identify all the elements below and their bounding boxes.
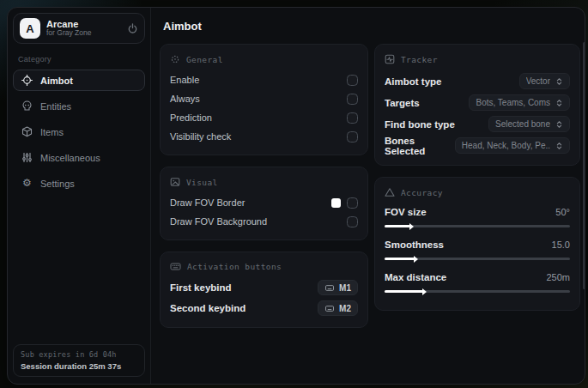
crosshair-icon	[21, 75, 33, 86]
select-value: Head, Neck, Body, Pe..	[462, 141, 550, 150]
focus-crosshair-icon	[170, 54, 180, 64]
sidebar-item-label: Aimbot	[40, 76, 73, 86]
keyboard-icon	[170, 262, 181, 271]
scrollbar[interactable]	[583, 42, 585, 289]
skull-icon	[21, 100, 33, 112]
visual-card-title: Visual	[186, 178, 218, 187]
fov-size-slider[interactable]	[385, 225, 570, 227]
setting-row-bones-selected: Bones Selected Head, Neck, Body, Pe..	[385, 135, 570, 156]
setting-label: Always	[170, 94, 200, 104]
menu-window: A Arcane for Gray Zone Category	[7, 7, 585, 385]
smoothness-slider[interactable]	[385, 258, 570, 260]
draw-fov-border-checkbox[interactable]	[347, 197, 358, 209]
fov-size-setting: FOV size 50°	[385, 203, 570, 227]
sidebar-item-items[interactable]: Items	[13, 121, 145, 142]
gear-icon: ⚙	[21, 178, 33, 189]
always-checkbox[interactable]	[347, 94, 358, 105]
sidebar: A Arcane for Gray Zone Category	[8, 8, 151, 384]
session-duration-text: Session duration 25m 37s	[21, 361, 137, 371]
setting-row-targets: Targets Bots, Teams, Coms	[385, 92, 570, 113]
sidebar-item-label: Miscellaneous	[40, 153, 100, 163]
sidebar-item-miscellaneous[interactable]: Miscellaneous	[13, 147, 145, 168]
select-value: Vector	[526, 76, 550, 86]
first-keybind-button[interactable]: M1	[318, 280, 358, 295]
cube-icon	[21, 126, 33, 137]
enable-checkbox[interactable]	[347, 75, 358, 86]
setting-label: Prediction	[170, 112, 212, 123]
setting-row-prediction: Prediction	[170, 108, 358, 127]
sidebar-item-entities[interactable]: Entities	[13, 95, 145, 117]
setting-label: Bones Selected	[385, 136, 455, 156]
sidebar-item-label: Entities	[40, 101, 71, 112]
sub-expiry-text: Sub expires in 6d 04h	[21, 350, 137, 359]
sidebar-item-label: Settings	[40, 179, 75, 189]
draw-fov-background-checkbox[interactable]	[347, 216, 358, 227]
triangle-icon	[385, 187, 395, 197]
app-logo-card: A Arcane for Gray Zone	[13, 13, 145, 44]
setting-row-first-keybind: First keybind M1	[170, 277, 358, 298]
slider-fill	[385, 290, 423, 293]
targets-select[interactable]: Bots, Teams, Coms	[469, 94, 570, 111]
sidebar-nav: Aimbot Entities	[13, 70, 145, 194]
find-bone-type-select[interactable]: Selected bone	[488, 116, 570, 132]
setting-label: Visibility check	[170, 131, 231, 142]
smoothness-setting: Smoothness 15.0	[385, 236, 570, 260]
keybind-value: M1	[339, 283, 351, 293]
second-keybind-button[interactable]: M2	[318, 300, 358, 316]
keybind-value: M2	[339, 304, 351, 313]
bones-selected-select[interactable]: Head, Neck, Body, Pe..	[455, 137, 570, 154]
setting-row-enable: Enable	[170, 70, 358, 89]
category-label: Category	[18, 55, 140, 64]
select-value: Selected bone	[495, 119, 550, 129]
accuracy-card-title: Accuracy	[401, 188, 443, 197]
app-tagline: for Gray Zone	[46, 29, 91, 38]
setting-row-find-bone-type: Find bone type Selected bone	[385, 113, 570, 135]
visual-card: Visual Draw FOV Border Draw FOV Backgrou…	[160, 167, 368, 240]
setting-row-draw-fov-background: Draw FOV Background	[170, 212, 358, 231]
setting-label: Draw FOV Background	[170, 216, 267, 227]
slider-value: 50°	[555, 207, 570, 217]
sliders-icon	[21, 152, 33, 163]
setting-label: FOV size	[385, 207, 427, 217]
app-logo: A	[20, 18, 40, 39]
select-value: Bots, Teams, Coms	[476, 98, 550, 107]
power-icon[interactable]	[127, 23, 138, 34]
aimbot-type-select[interactable]: Vector	[519, 73, 570, 89]
setting-row-aimbot-type: Aimbot type Vector	[385, 70, 570, 92]
fov-border-color-swatch[interactable]	[331, 198, 341, 208]
prediction-checkbox[interactable]	[347, 112, 358, 124]
image-icon	[170, 177, 180, 187]
page-title: Aimbot	[163, 20, 580, 33]
keyboard-icon	[324, 284, 335, 292]
setting-row-visibility-check: Visibility check	[170, 127, 358, 146]
visibility-check-checkbox[interactable]	[347, 131, 358, 142]
subscription-info-card: Sub expires in 6d 04h Session duration 2…	[13, 344, 145, 377]
slider-fill	[385, 225, 410, 227]
sidebar-item-label: Items	[40, 127, 64, 137]
keyboard-icon	[324, 305, 335, 312]
slider-value: 15.0	[552, 239, 570, 250]
activation-buttons-card: Activation buttons First keybind M1 Seco…	[160, 252, 368, 328]
activation-card-title: Activation buttons	[187, 262, 282, 271]
main-content: Aimbot General Enable Alw	[151, 8, 585, 384]
setting-label: Find bone type	[385, 119, 455, 130]
setting-label: Smoothness	[385, 239, 444, 250]
max-distance-setting: Max distance 250m	[385, 269, 570, 293]
unfold-icon	[555, 99, 563, 107]
setting-label: Enable	[170, 75, 199, 85]
setting-row-second-keybind: Second keybind M2	[170, 298, 358, 318]
setting-label: Targets	[385, 98, 420, 108]
setting-label: First keybind	[170, 282, 232, 293]
max-distance-slider[interactable]	[385, 290, 570, 293]
sidebar-item-settings[interactable]: ⚙ Settings	[13, 173, 145, 194]
accuracy-card: Accuracy FOV size 50° Smoothness	[374, 177, 580, 311]
sidebar-item-aimbot[interactable]: Aimbot	[13, 70, 145, 91]
setting-row-draw-fov-border: Draw FOV Border	[170, 193, 358, 212]
unfold-icon	[555, 120, 563, 129]
unfold-icon	[555, 142, 563, 150]
slider-fill	[385, 258, 415, 260]
unfold-icon	[555, 77, 563, 86]
pulse-box-icon	[385, 54, 395, 64]
slider-value: 250m	[546, 272, 570, 282]
general-card: General Enable Always Prediction	[160, 44, 368, 155]
